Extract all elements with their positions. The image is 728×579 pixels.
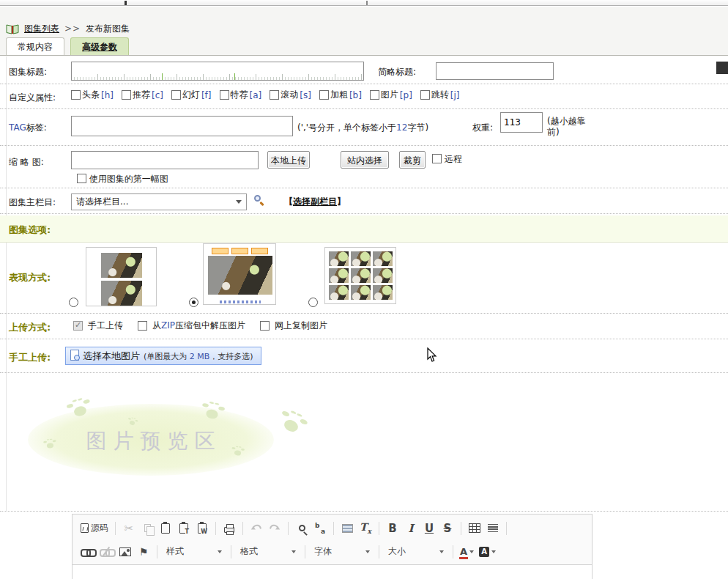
remote-checkbox[interactable] (432, 154, 442, 163)
source-icon (81, 523, 89, 533)
chevron-down-icon (469, 550, 474, 556)
row-divider (0, 188, 728, 188)
background-color-icon: A (479, 547, 489, 557)
replace-button[interactable]: ba (311, 520, 329, 537)
preview-pagination (220, 300, 261, 303)
short-title-input[interactable] (436, 62, 554, 80)
style-grid-preview[interactable] (324, 247, 396, 304)
attr-jump-checkbox[interactable] (420, 90, 430, 100)
flag-icon: ⚑ (139, 546, 149, 558)
attr-slideshow: 幻灯[f] (171, 89, 212, 101)
style-single-radio[interactable] (189, 298, 198, 307)
link-button[interactable] (78, 543, 97, 561)
manual-upload-checkbox[interactable] (73, 321, 83, 331)
search-category-icon[interactable] (253, 194, 265, 206)
preview-nav-buttons (204, 244, 275, 257)
weight-input[interactable] (500, 112, 543, 133)
cut-icon: ✂ (125, 522, 134, 535)
attr-scroll: 滚动[s] (270, 89, 311, 101)
upload-modes-group: 手工上传 从ZIP压缩包中解压图片 网上复制图片 (73, 320, 327, 332)
tab-advanced-params[interactable]: 高级参数 (70, 37, 129, 55)
tab-normal-content[interactable]: 常规内容 (6, 37, 64, 55)
attr-slideshow-checkbox[interactable] (171, 90, 181, 100)
horizontal-rule-button[interactable] (484, 520, 502, 537)
remove-format-icon: Tx (360, 521, 371, 535)
underline-icon: U (425, 522, 434, 535)
italic-button[interactable]: I (402, 520, 420, 537)
site-select-button[interactable]: 站内选择 (341, 151, 389, 169)
preview-photo (101, 253, 142, 278)
thumbnail-label: 缩 略 图: (9, 156, 44, 169)
strikethrough-button[interactable]: S (439, 520, 456, 537)
editor-content-area[interactable] (73, 564, 592, 579)
font-dropdown[interactable]: 字体 (310, 544, 374, 560)
select-all-button[interactable] (338, 520, 356, 537)
breadcrumb: 图集列表 >> 发布新图集 (6, 21, 130, 36)
gallery-title-input[interactable] (71, 62, 364, 81)
paste-button[interactable] (157, 520, 174, 537)
preview-photo (208, 256, 272, 295)
scrollbar-thumb[interactable] (716, 62, 728, 74)
undo-button[interactable] (248, 520, 265, 537)
gallery-title-label: 图集标题: (9, 66, 47, 78)
size-dropdown[interactable]: 大小 (384, 544, 448, 560)
category-select[interactable]: 请选择栏目... (71, 193, 247, 210)
style-list-radio[interactable] (69, 298, 78, 307)
unlink-button[interactable] (97, 543, 116, 561)
bold-icon: B (388, 522, 396, 535)
use-first-image-checkbox[interactable] (77, 174, 86, 183)
bold-button[interactable]: B (384, 520, 401, 537)
paste-text-button[interactable]: T (175, 520, 193, 537)
local-upload-button[interactable]: 本地上传 (267, 151, 310, 169)
image-icon (119, 547, 131, 556)
style-grid-radio[interactable] (308, 298, 318, 307)
table-button[interactable] (466, 520, 483, 537)
attr-special-checkbox[interactable] (220, 90, 229, 100)
background-color-button[interactable]: A (477, 543, 498, 561)
horizontal-rule-icon (488, 524, 498, 532)
rich-text-editor: 源码 ✂ T W ba Tx B I U S (72, 514, 593, 579)
format-dropdown[interactable]: 格式 (236, 544, 300, 560)
find-button[interactable] (293, 520, 311, 537)
image-button[interactable] (116, 543, 134, 561)
cut-button[interactable]: ✂ (120, 520, 138, 537)
attr-bold-checkbox[interactable] (319, 90, 329, 100)
pick-local-images-button[interactable]: 选择本地图片 (单图最大为 2 MB，支持多选) (65, 347, 261, 365)
thumbnail-input[interactable] (71, 151, 259, 169)
underline-button[interactable]: U (420, 520, 438, 537)
row-divider (0, 213, 728, 214)
attr-headline-checkbox[interactable] (71, 90, 81, 100)
attr-scroll-checkbox[interactable] (270, 90, 279, 100)
tag-input[interactable] (71, 116, 293, 136)
row-divider (0, 372, 728, 373)
content-left-border (6, 56, 7, 511)
attr-bold: 加粗[b] (319, 89, 362, 101)
tag-label: TAG标签: (9, 122, 47, 134)
editor-toolbar-row-1: 源码 ✂ T W ba Tx B I U S (73, 515, 592, 538)
style-list-preview[interactable] (86, 247, 157, 306)
anchor-button[interactable]: ⚑ (135, 543, 152, 561)
source-button[interactable]: 源码 (78, 520, 111, 537)
undo-icon (250, 523, 262, 534)
attr-picture-checkbox[interactable] (370, 90, 379, 100)
web-copy-checkbox[interactable] (260, 321, 270, 331)
text-color-button[interactable]: A (458, 543, 476, 561)
style-single-preview[interactable] (203, 243, 276, 305)
styles-dropdown[interactable]: 样式 (162, 544, 226, 560)
tag-note: (','号分开，单个标签小于12字节) (297, 122, 428, 134)
breadcrumb-link-gallery-list[interactable]: 图集列表 (24, 23, 59, 35)
zip-extract-checkbox[interactable] (138, 321, 147, 331)
redo-button[interactable] (266, 520, 283, 537)
remote-option: 远程 (432, 153, 462, 166)
replace-icon: ba (315, 523, 325, 534)
attr-recommend-checkbox[interactable] (122, 90, 131, 100)
paste-word-button[interactable]: W (193, 520, 211, 537)
select-sub-category-link[interactable]: 选择副栏目 (293, 196, 337, 207)
copy-button[interactable] (138, 520, 156, 537)
remove-format-button[interactable]: Tx (357, 520, 374, 537)
main-category-label: 图集主栏目: (9, 196, 56, 209)
page-header: 图集列表 >> 发布新图集 常规内容 高级参数 (0, 7, 728, 56)
mode-zip-extract: 从ZIP压缩包中解压图片 (138, 320, 245, 332)
crop-button[interactable]: 裁剪 (399, 151, 426, 169)
print-button[interactable] (220, 520, 238, 537)
